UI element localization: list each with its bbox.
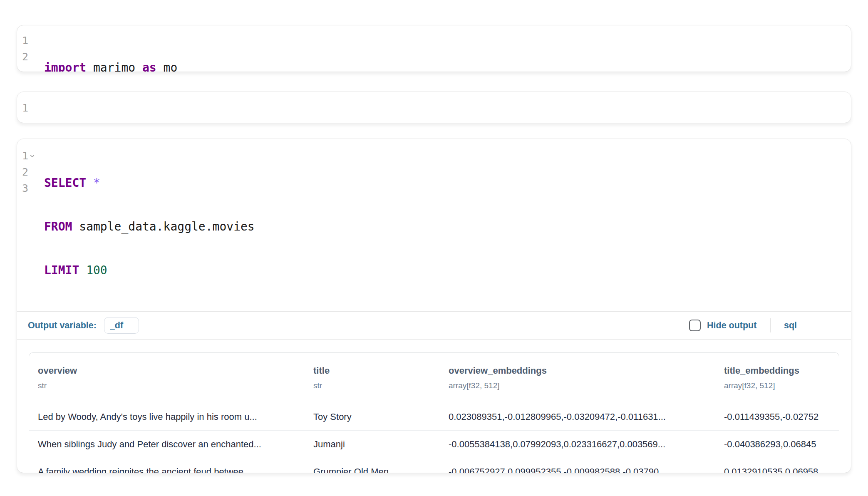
- column-header-title-embeddings[interactable]: title_embeddings array[f32, 512]: [715, 365, 839, 390]
- cell-overview-embeddings: -0.0055384138,0.07992093,0.023316627,0.0…: [440, 439, 715, 450]
- column-dtype: array[f32, 512]: [449, 381, 715, 390]
- gutter-row: 2: [17, 164, 36, 180]
- table-header-row: overview str title str overview_embeddin…: [29, 353, 839, 403]
- hide-output-label[interactable]: Hide output: [707, 320, 756, 331]
- line-number-gutter: 1 2: [17, 32, 36, 72]
- line-number: 3: [22, 182, 28, 194]
- toolbar-divider: [770, 318, 771, 332]
- gutter-row: 1: [17, 147, 36, 164]
- column-name: title: [313, 365, 440, 376]
- code-line: LIMIT 100: [44, 262, 851, 278]
- column-name: overview_embeddings: [449, 365, 715, 376]
- cell-output-area: overview str title str overview_embeddin…: [17, 340, 851, 473]
- code-token: *: [93, 176, 100, 190]
- column-dtype: str: [38, 381, 305, 390]
- cell-toolbar: Output variable: Hide output sql: [17, 311, 851, 340]
- cell-title-embeddings: -0.040386293,0.06845: [715, 439, 839, 450]
- sql-cell-query: 1 2 3 SELECT * FROM sample_data.kaggle.m…: [17, 139, 851, 473]
- column-name: overview: [38, 365, 305, 376]
- code-editor-area: 1 duckdb.sql(f"ATTACH 'md:_share/sample_…: [17, 92, 851, 123]
- line-number-gutter: 1 2 3: [17, 147, 36, 306]
- cell-title: Grumpier Old Men: [305, 466, 440, 474]
- cell-overview: A family wedding reignites the ancient f…: [29, 466, 305, 474]
- code-line: SELECT *: [44, 175, 851, 191]
- results-table: overview str title str overview_embeddin…: [29, 352, 839, 473]
- code-editor-area: 1 2 3 SELECT * FROM sample_data.kaggle.m…: [17, 139, 851, 311]
- code-token: sample_data.kaggle.movies: [72, 220, 254, 233]
- cell-title-embeddings: 0.0132910535,0.06958: [715, 466, 839, 474]
- code-editor[interactable]: import marimo as mo import duckdb: [36, 32, 851, 72]
- code-cell-attach-database: 1 duckdb.sql(f"ATTACH 'md:_share/sample_…: [17, 92, 851, 123]
- code-token: mo: [156, 61, 178, 72]
- code-editor[interactable]: SELECT * FROM sample_data.kaggle.movies …: [36, 147, 851, 306]
- gutter-row: 3: [17, 180, 36, 196]
- gutter-row: 1: [17, 99, 36, 116]
- cell-overview-embeddings: -0.006752927,0.099952355,-0.009982588,-0…: [440, 466, 715, 474]
- code-line: FROM sample_data.kaggle.movies: [44, 218, 851, 235]
- hide-output-checkbox[interactable]: [689, 320, 701, 331]
- output-variable-label: Output variable:: [28, 320, 97, 331]
- column-header-overview-embeddings[interactable]: overview_embeddings array[f32, 512]: [440, 365, 715, 390]
- code-token: [86, 176, 93, 190]
- gutter-row: 1: [17, 32, 36, 48]
- code-token: FROM: [44, 220, 72, 233]
- code-token: [79, 263, 86, 277]
- cell-overview-embeddings: 0.023089351,-0.012809965,-0.03209472,-0.…: [440, 412, 715, 422]
- column-name: title_embeddings: [724, 365, 839, 376]
- cell-title-embeddings: -0.011439355,-0.02752: [715, 412, 839, 422]
- table-row: When siblings Judy and Peter discover an…: [29, 430, 839, 458]
- output-variable-input[interactable]: [104, 317, 139, 334]
- code-editor-area: 1 2 import marimo as mo import duckdb: [17, 25, 851, 72]
- code-token: marimo: [86, 61, 142, 72]
- line-number: 2: [22, 166, 28, 178]
- code-token: 100: [86, 263, 107, 277]
- table-row: A family wedding reignites the ancient f…: [29, 458, 839, 473]
- cell-title: Toy Story: [305, 412, 440, 422]
- table-row: Led by Woody, Andy's toys live happily i…: [29, 403, 839, 430]
- toolbar-right-group: Hide output sql: [689, 318, 840, 332]
- code-token: as: [142, 61, 156, 72]
- code-line: import marimo as mo: [44, 60, 851, 72]
- code-editor[interactable]: duckdb.sql(f"ATTACH 'md:_share/sample_da…: [36, 99, 851, 123]
- fold-chevron-icon[interactable]: [29, 153, 35, 159]
- code-cell-imports: 1 2 import marimo as mo import duckdb: [17, 25, 851, 72]
- cell-overview: When siblings Judy and Peter discover an…: [29, 439, 305, 450]
- line-number: 2: [22, 50, 28, 62]
- column-header-overview[interactable]: overview str: [29, 365, 305, 390]
- code-token: SELECT: [44, 176, 86, 190]
- cell-overview: Led by Woody, Andy's toys live happily i…: [29, 412, 305, 422]
- code-token: import: [44, 61, 86, 72]
- line-number-gutter: 1: [17, 99, 36, 123]
- line-number: 1: [22, 149, 28, 161]
- column-dtype: str: [313, 381, 440, 390]
- column-header-title[interactable]: title str: [305, 365, 440, 390]
- language-badge-sql[interactable]: sql: [784, 320, 797, 331]
- column-dtype: array[f32, 512]: [724, 381, 839, 390]
- line-number: 1: [22, 34, 28, 46]
- gutter-row: 2: [17, 48, 36, 64]
- code-token: LIMIT: [44, 263, 79, 277]
- cell-title: Jumanji: [305, 439, 440, 450]
- line-number: 1: [22, 102, 28, 114]
